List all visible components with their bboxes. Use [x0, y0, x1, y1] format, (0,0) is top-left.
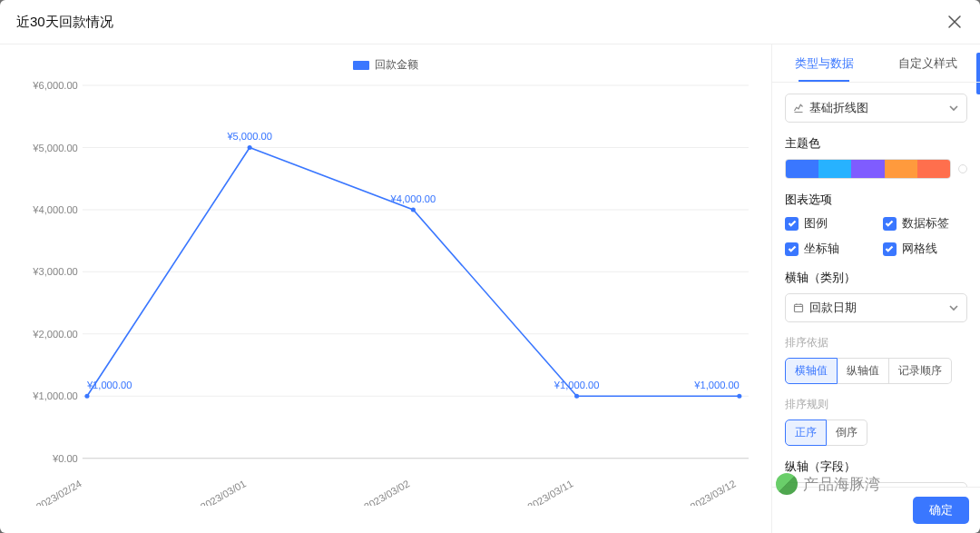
chart-svg: ¥6,000.00 ¥5,000.00 ¥4,000.00 ¥3,000.00 …	[18, 76, 753, 506]
svg-text:2023/02/24: 2023/02/24	[34, 478, 83, 506]
svg-rect-29	[795, 304, 803, 311]
legend-swatch	[353, 61, 369, 70]
sidebar-tabs: 类型与数据 自定义样式	[772, 44, 980, 83]
svg-text:¥4,000.00: ¥4,000.00	[32, 204, 78, 215]
svg-text:¥3,000.00: ¥3,000.00	[32, 266, 78, 277]
check-icon	[788, 244, 797, 253]
modal-title: 近30天回款情况	[16, 14, 113, 31]
svg-text:¥6,000.00: ¥6,000.00	[32, 80, 78, 91]
confirm-button[interactable]: 确定	[913, 497, 969, 524]
sortrule-asc[interactable]: 正序	[785, 419, 827, 446]
check-datalabel[interactable]: 数据标签	[883, 215, 968, 232]
check-axes[interactable]: 坐标轴	[785, 241, 870, 257]
legend-label: 回款金额	[375, 57, 418, 73]
sort-rule-seg: 正序 倒序	[785, 419, 967, 446]
modal-window: 近30天回款情况 回款金额 ¥6,000.00 ¥5,000.00 ¥4,000…	[0, 0, 980, 533]
sort-rule-label: 排序规则	[785, 397, 967, 412]
svg-text:¥5,000.00: ¥5,000.00	[226, 131, 272, 142]
options-label: 图表选项	[785, 192, 967, 208]
svg-text:2023/03/12: 2023/03/12	[689, 478, 738, 506]
yaxis-section: 纵轴（字段） 统计字段数值 求和 回款金额	[785, 459, 967, 487]
svg-point-17	[574, 394, 579, 399]
chart-type-select[interactable]: 基础折线图	[785, 94, 967, 123]
tab-type-data[interactable]: 类型与数据	[772, 44, 877, 82]
chevron-down-icon	[948, 103, 959, 114]
sortby-xvalue[interactable]: 横轴值	[785, 358, 838, 384]
calendar-icon	[793, 302, 804, 313]
sortby-record[interactable]: 记录顺序	[889, 358, 952, 384]
close-icon[interactable]	[946, 13, 964, 31]
sort-rule-section: 排序规则 正序 倒序	[785, 397, 967, 446]
sort-by-seg: 横轴值 纵轴值 记录顺序	[785, 358, 967, 384]
svg-point-14	[84, 394, 89, 399]
check-icon	[788, 219, 797, 228]
line-chart-icon	[793, 103, 804, 114]
check-legend[interactable]: 图例	[785, 215, 870, 232]
x-axis: 2023/02/24 2023/03/01 2023/03/02 2023/03…	[34, 478, 738, 506]
sortrule-desc[interactable]: 倒序	[827, 419, 867, 446]
svg-text:2023/03/11: 2023/03/11	[525, 478, 574, 506]
theme-dropdown[interactable]	[958, 164, 967, 173]
xaxis-field-select[interactable]: 回款日期	[785, 293, 967, 322]
xaxis-field-label: 回款日期	[809, 300, 857, 316]
check-icon	[885, 244, 894, 253]
options-section: 图表选项 图例 数据标签 坐标轴 网格线	[785, 192, 967, 257]
svg-text:¥1,000.00: ¥1,000.00	[32, 390, 78, 401]
yaxis-label: 纵轴（字段）	[785, 459, 967, 475]
chart-type-label: 基础折线图	[809, 100, 868, 116]
titlebar: 近30天回款情况	[0, 0, 980, 44]
xaxis-label: 横轴（类别）	[785, 270, 967, 286]
sort-by-section: 排序依据 横轴值 纵轴值 记录顺序	[785, 335, 967, 384]
check-icon	[885, 219, 894, 228]
svg-text:¥5,000.00: ¥5,000.00	[32, 143, 78, 153]
chevron-down-icon	[948, 302, 959, 313]
svg-text:¥2,000.00: ¥2,000.00	[32, 329, 78, 340]
xaxis-section: 横轴（类别） 回款日期	[785, 270, 967, 322]
sidebar-footer: 确定	[772, 487, 980, 533]
svg-text:2023/03/02: 2023/03/02	[362, 478, 411, 506]
data-labels: ¥1,000.00 ¥5,000.00 ¥4,000.00 ¥1,000.00 …	[86, 131, 740, 390]
sortby-yvalue[interactable]: 纵轴值	[838, 358, 889, 384]
svg-text:¥4,000.00: ¥4,000.00	[390, 193, 436, 204]
chart-plot: ¥6,000.00 ¥5,000.00 ¥4,000.00 ¥3,000.00 …	[18, 76, 753, 506]
svg-point-18	[737, 394, 741, 399]
modal-body: 回款金额 ¥6,000.00 ¥5,000.00 ¥4,000.00 ¥3,00…	[0, 44, 980, 533]
svg-text:¥1,000.00: ¥1,000.00	[86, 380, 132, 390]
config-sidebar: 类型与数据 自定义样式 基础折线图 主题色	[771, 44, 980, 533]
chart-area: 回款金额 ¥6,000.00 ¥5,000.00 ¥4,000.00 ¥3,00…	[0, 44, 771, 533]
svg-text:¥1,000.00: ¥1,000.00	[554, 380, 600, 390]
y-axis: ¥6,000.00 ¥5,000.00 ¥4,000.00 ¥3,000.00 …	[32, 80, 749, 464]
theme-palette[interactable]	[785, 159, 951, 179]
svg-text:2023/03/01: 2023/03/01	[199, 478, 248, 506]
check-grid[interactable]: 网格线	[883, 241, 968, 257]
theme-label: 主题色	[785, 135, 967, 152]
svg-text:¥0.00: ¥0.00	[52, 453, 78, 464]
chart-legend: 回款金额	[18, 57, 753, 73]
theme-section: 主题色	[785, 135, 967, 179]
svg-text:¥1,000.00: ¥1,000.00	[693, 380, 740, 390]
sort-by-label: 排序依据	[785, 335, 967, 350]
sidebar-panel: 基础折线图 主题色 图表选项	[772, 83, 980, 487]
svg-point-16	[411, 207, 416, 212]
svg-point-15	[248, 145, 252, 150]
tab-custom-style[interactable]: 自定义样式	[877, 44, 981, 82]
